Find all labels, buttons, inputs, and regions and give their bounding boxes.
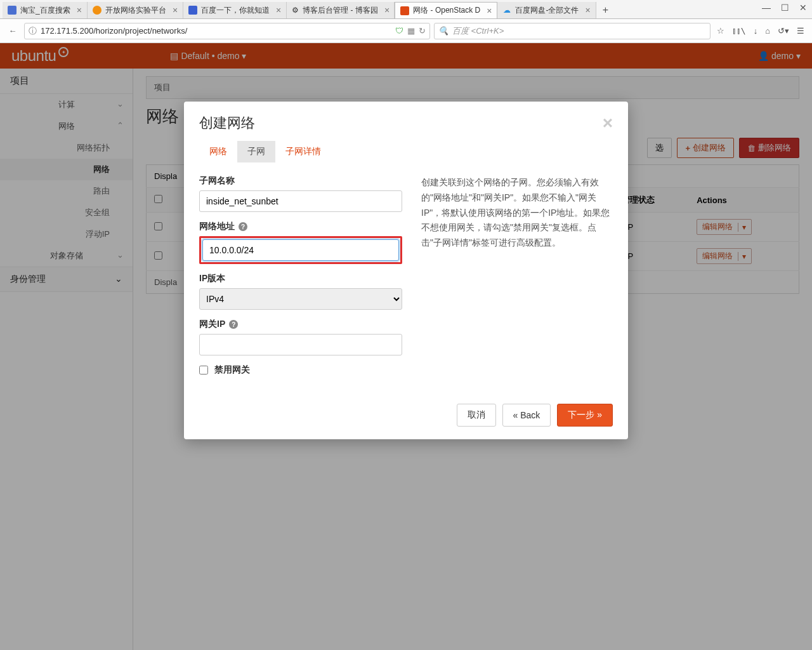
label-gateway-ip: 网关IP? — [199, 319, 402, 330]
field-ip-version: IP版本 IPv4 — [199, 273, 402, 310]
tab-title: 网络 - OpenStack D — [413, 5, 480, 16]
label-text: 网络地址 — [199, 221, 235, 232]
tab-close-icon[interactable]: × — [173, 5, 178, 15]
window-controls: — ☐ ✕ — [762, 3, 807, 13]
help-icon[interactable]: ? — [239, 222, 247, 231]
label-network-address: 网络地址? — [199, 221, 402, 232]
back-button[interactable]: ← — [5, 23, 20, 39]
browser-window: — ☐ ✕ 淘宝_百度搜索× 开放网络实验平台× 百度一下，你就知道× ⚙博客后… — [0, 0, 812, 650]
disable-gateway-checkbox[interactable] — [199, 366, 208, 375]
tab-close-icon[interactable]: × — [487, 6, 492, 16]
menu-icon[interactable]: ☰ — [797, 26, 804, 36]
tab-subnet[interactable]: 子网 — [237, 141, 275, 162]
tab-close-icon[interactable]: × — [276, 5, 281, 15]
tab-title: 淘宝_百度搜索 — [20, 5, 70, 16]
browser-search-bar[interactable]: 🔍 百度 <Ctrl+K> — [434, 23, 710, 39]
highlight-box — [199, 236, 402, 264]
tab-close-icon[interactable]: × — [384, 5, 390, 15]
field-disable-gateway: 禁用网关 — [199, 364, 402, 376]
create-network-modal: 创建网络 × 网络 子网 子网详情 子网名称 网络地址? — [184, 102, 628, 439]
favicon-icon — [400, 6, 409, 15]
modal-body: 子网名称 网络地址? IP版本 IPv4 网关IP? — [184, 162, 628, 395]
field-gateway-ip: 网关IP? — [199, 319, 402, 355]
tab-title: 百度一下，你就知道 — [201, 5, 270, 16]
info-icon[interactable]: ⓘ — [29, 25, 37, 37]
help-column: 创建关联到这个网络的子网。您必须输入有效的"网络地址"和"网关IP"。如果您不输… — [421, 175, 613, 376]
tab-close-icon[interactable]: × — [77, 5, 82, 15]
shield-icon[interactable]: 🛡 — [395, 26, 403, 36]
label-text: 网关IP — [199, 319, 225, 330]
tab-title: 博客后台管理 - 博客园 — [303, 5, 378, 16]
tab-subnet-detail[interactable]: 子网详情 — [275, 141, 331, 162]
search-icon: 🔍 — [438, 26, 449, 36]
minimize-icon[interactable]: — — [762, 3, 771, 13]
close-window-icon[interactable]: ✕ — [799, 3, 807, 13]
browser-tab[interactable]: 淘宝_百度搜索× — [3, 2, 88, 18]
form-column: 子网名称 网络地址? IP版本 IPv4 网关IP? — [199, 175, 402, 376]
close-icon[interactable]: × — [603, 113, 613, 133]
tab-title: 百度网盘-全部文件 — [515, 5, 579, 16]
field-network-address: 网络地址? — [199, 221, 402, 264]
tab-close-icon[interactable]: × — [585, 5, 590, 15]
modal-tabs: 网络 子网 子网详情 — [184, 141, 628, 162]
favicon-icon — [188, 6, 197, 15]
cancel-button[interactable]: 取消 — [457, 404, 496, 427]
star-icon[interactable]: ☆ — [717, 26, 724, 36]
browser-tab[interactable]: ⚙博客后台管理 - 博客园× — [287, 2, 395, 18]
label-subnet-name: 子网名称 — [199, 175, 402, 187]
home-icon[interactable]: ⌂ — [765, 26, 770, 36]
next-button[interactable]: 下一步 » — [557, 404, 613, 427]
url-text: 172.171.5.200/horizon/project/networks/ — [41, 26, 395, 36]
maximize-icon[interactable]: ☐ — [781, 3, 789, 13]
label-ip-version: IP版本 — [199, 273, 402, 284]
label-disable-gateway: 禁用网关 — [214, 364, 250, 376]
field-subnet-name: 子网名称 — [199, 175, 402, 212]
browser-tab[interactable]: 百度一下，你就知道× — [183, 2, 287, 18]
tab-network[interactable]: 网络 — [199, 141, 237, 162]
search-placeholder: 百度 <Ctrl+K> — [452, 25, 504, 37]
favicon-icon: ⚙ — [292, 6, 299, 15]
modal-header: 创建网络 × — [184, 102, 628, 141]
gateway-ip-input[interactable] — [199, 334, 402, 355]
reload-icon[interactable]: ↻ — [419, 26, 426, 36]
new-tab-button[interactable]: + — [596, 2, 615, 18]
browser-toolbar: ☆ ⫿⫿\ ↓ ⌂ ↺▾ ☰ — [714, 26, 807, 36]
favicon-icon — [8, 6, 16, 15]
favicon-icon: ☁ — [502, 6, 511, 15]
browser-tab-active[interactable]: 网络 - OpenStack D× — [395, 2, 497, 18]
browser-tab-strip: 淘宝_百度搜索× 开放网络实验平台× 百度一下，你就知道× ⚙博客后台管理 - … — [0, 0, 812, 19]
browser-tab[interactable]: ☁百度网盘-全部文件× — [497, 2, 596, 18]
modal-title: 创建网络 — [199, 114, 255, 133]
browser-nav-bar: ← ⓘ 172.171.5.200/horizon/project/networ… — [0, 19, 812, 43]
ip-version-select[interactable]: IPv4 — [199, 288, 402, 310]
network-address-input[interactable] — [202, 239, 399, 261]
subnet-name-input[interactable] — [199, 190, 402, 212]
history-icon[interactable]: ↺▾ — [778, 26, 789, 36]
help-icon[interactable]: ? — [229, 320, 238, 329]
browser-tab[interactable]: 开放网络实验平台× — [88, 2, 183, 18]
tab-title: 开放网络实验平台 — [105, 5, 166, 16]
url-bar[interactable]: ⓘ 172.171.5.200/horizon/project/networks… — [24, 23, 430, 39]
modal-footer: 取消 « Back 下一步 » — [184, 395, 628, 439]
qr-icon[interactable]: ▦ — [407, 26, 415, 36]
download-icon[interactable]: ↓ — [754, 26, 758, 36]
back-button[interactable]: « Back — [502, 404, 551, 427]
favicon-icon — [93, 6, 102, 15]
page-viewport: ubuntu✦ ▤ Default • demo ▾ 👤 demo ▾ 项目 计… — [0, 43, 812, 650]
library-icon[interactable]: ⫿⫿\ — [732, 26, 746, 36]
